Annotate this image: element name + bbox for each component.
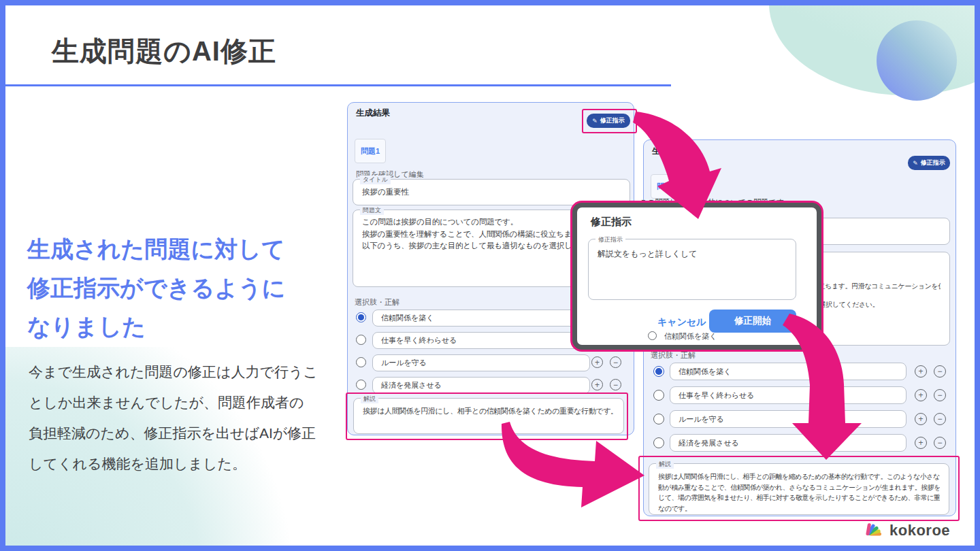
option-input[interactable]: ルールを守る	[372, 354, 590, 371]
add-option-button[interactable]: +	[915, 437, 927, 449]
radio-selected-icon[interactable]	[653, 366, 664, 377]
choices-section-label: 選択肢・正解	[651, 350, 696, 361]
option-input[interactable]: 信頼関係を築く	[670, 363, 906, 380]
description-line: 負担軽減のため、修正指示を出せばAIが修正	[29, 418, 318, 448]
edit-instruction-button[interactable]: ✎ 修正指示	[587, 114, 630, 128]
question-1-chip[interactable]: 問題1	[355, 139, 386, 163]
radio-selected-icon[interactable]	[356, 312, 366, 322]
remove-option-button[interactable]: −	[610, 356, 621, 368]
description-line: 今まで生成された問題の修正は人力で行うこ	[29, 356, 318, 387]
page-title: 生成問題のAI修正	[52, 33, 276, 70]
radio-icon[interactable]	[653, 390, 664, 401]
question-1-chip[interactable]: 問題1	[651, 174, 682, 199]
explanation-field[interactable]: 解説 挨拶は人間関係を円滑にし、相手との信頼関係を築くための重要な行動です。	[353, 398, 624, 434]
title-field-label: タイトル	[360, 176, 391, 184]
radio-icon[interactable]	[356, 357, 366, 367]
decor-gradient-circle	[877, 20, 957, 101]
option-input[interactable]: 経済を発展させる	[372, 377, 590, 394]
option-input[interactable]: 経済を発展させる	[670, 434, 906, 452]
brand-logo-text: kokoroe	[889, 522, 950, 539]
remove-option-button[interactable]: −	[934, 437, 946, 449]
option-row: 仕事を早く終わらせる + −	[644, 386, 956, 405]
remove-option-button[interactable]: −	[934, 413, 946, 425]
dialog-title: 修正指示	[591, 216, 632, 229]
option-row: 信頼関係を築く + −	[644, 363, 956, 381]
radio-icon[interactable]	[653, 437, 664, 448]
option-row: ルールを守る + −	[348, 354, 634, 372]
remove-option-button[interactable]: −	[934, 389, 946, 401]
panel-title: 生成結果	[356, 107, 390, 119]
edit-instruction-button[interactable]: ✎ 修正指示	[908, 156, 950, 170]
question-field-label: 問題文	[360, 206, 384, 215]
add-option-button[interactable]: +	[915, 365, 927, 378]
explanation-line: じて、場の雰囲気を和ませたり、相手に対する敬意を示したりすることができるため、非…	[658, 492, 940, 503]
slide: 生成問題のAI修正 生成された問題に対して 修正指示ができるように なりました …	[0, 0, 980, 551]
headline-line: 修正指示ができるように	[27, 269, 286, 307]
headline-line: なりました	[27, 307, 286, 346]
pencil-icon: ✎	[913, 160, 918, 167]
option-input[interactable]: ルールを守る	[670, 410, 906, 428]
explanation-line: なのです。	[658, 503, 940, 514]
remove-option-button[interactable]: −	[610, 379, 621, 390]
explanation-field[interactable]: 解説 挨拶は人間関係を円滑にし、相手との距離を縮めるための基本的な行動です。この…	[649, 463, 949, 515]
occluded-option-label: 信頼関係を築く	[664, 331, 717, 341]
headline-line: 生成された問題に対して	[27, 230, 286, 269]
panel-title: 生成結果	[652, 146, 686, 157]
choices-section-label: 選択肢・正解	[355, 297, 399, 307]
explanation-line: 挨拶は人間関係を円滑にし、相手との信頼関係を築くための重要な行動です。	[363, 405, 615, 418]
description: 今まで生成された問題の修正は人力で行うこ としか出来ませんでしたが、問題作成者の…	[29, 356, 318, 479]
explanation-line: 挨拶は人間関係を円滑にし、相手との距離を縮めるための基本的な行動です。このような…	[658, 471, 940, 482]
option-row: ルールを守る + −	[644, 410, 956, 429]
title-field-value: 挨拶の重要性	[353, 180, 630, 197]
option-input[interactable]: 信頼関係を築く	[372, 310, 590, 327]
explanation-field-label: 解説	[656, 460, 674, 469]
edit-instruction-dialog: 修正指示 修正指示 解説文をもっと詳しくして キャンセル 修正開始	[572, 203, 821, 350]
radio-icon[interactable]	[653, 414, 664, 424]
add-option-button[interactable]: +	[915, 413, 927, 425]
option-input[interactable]: 仕事を早く終わらせる	[372, 332, 590, 349]
kokoroe-fan-icon	[866, 521, 884, 539]
description-line: してくれる機能を追加しました。	[29, 448, 318, 479]
headline: 生成された問題に対して 修正指示ができるように なりました	[27, 230, 286, 346]
radio-icon[interactable]	[356, 380, 366, 390]
cancel-button[interactable]: キャンセル	[657, 316, 706, 329]
brand-logo: kokoroe	[866, 521, 950, 539]
instruction-field-label: 修正指示	[595, 235, 625, 244]
radio-icon[interactable]	[356, 335, 366, 345]
option-row: 経済を発展させる + −	[644, 434, 956, 452]
start-correction-button[interactable]: 修正開始	[709, 310, 796, 333]
edit-instruction-button-label: 修正指示	[921, 158, 945, 167]
title-field[interactable]: タイトル 挨拶の重要性	[353, 179, 630, 205]
add-option-button[interactable]: +	[591, 379, 603, 390]
pencil-icon: ✎	[592, 118, 598, 124]
explanation-field-label: 解説	[361, 395, 378, 403]
add-option-button[interactable]: +	[915, 389, 927, 401]
option-row: 経済を発展させる + −	[348, 377, 634, 395]
explanation-line: 動が積み重なることで、信頼関係が築かれ、さらなるコミュニケーションが生まれます。…	[658, 482, 940, 493]
add-option-button[interactable]: +	[591, 356, 603, 368]
remove-option-button[interactable]: −	[934, 365, 946, 378]
description-line: としか出来ませんでしたが、問題作成者の	[29, 387, 318, 418]
edit-instruction-button-label: 修正指示	[600, 116, 625, 125]
option-input[interactable]: 仕事を早く終わらせる	[670, 386, 906, 404]
title-underline	[5, 84, 671, 86]
instruction-textarea[interactable]: 修正指示 解説文をもっと詳しくして	[588, 239, 796, 300]
radio-icon[interactable]	[648, 331, 657, 340]
